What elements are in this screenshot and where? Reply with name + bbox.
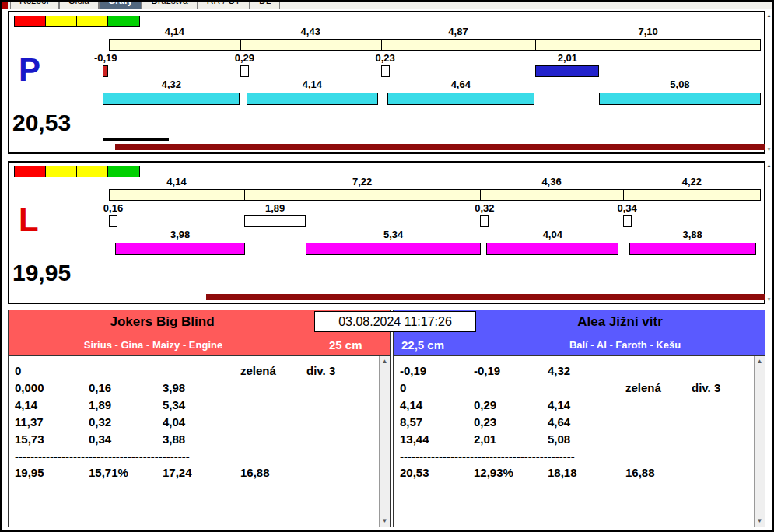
panel-letter: P xyxy=(19,53,40,87)
stats-cell xyxy=(306,380,376,397)
segment-value-label: 7,10 xyxy=(621,26,675,37)
panel-total: 20,53 xyxy=(12,109,71,137)
value-bar xyxy=(306,243,480,255)
stats-row: -0,19-0,194,32 xyxy=(400,362,751,380)
stats-scrollbar-right[interactable]: ▲ ▼ xyxy=(754,356,765,527)
value-bar xyxy=(115,243,245,255)
indicator-cell xyxy=(108,16,139,26)
stats-cell: 0 xyxy=(400,380,474,397)
team-name: Jokers Big Blind xyxy=(110,314,214,330)
marker-value-label: -0,19 xyxy=(79,52,133,64)
stats-cell xyxy=(625,397,692,414)
scroll-up-icon[interactable]: ▲ xyxy=(765,12,772,19)
stats-cell: 15,73 xyxy=(15,431,89,448)
stats-cell: 3,88 xyxy=(163,431,240,448)
marker-bar xyxy=(244,215,306,227)
marker-tick xyxy=(103,65,108,77)
marker-value-label: 1,89 xyxy=(248,202,303,214)
tab-dl[interactable]: DL xyxy=(250,2,280,9)
value-bar xyxy=(247,93,378,105)
stats-cell: zelená xyxy=(625,380,692,397)
bar-value-label: 4,04 xyxy=(525,229,580,240)
tab-druzstva[interactable]: Družstva xyxy=(142,2,197,9)
scroll-up-icon[interactable]: ▲ xyxy=(765,163,772,169)
stats-cell: -0,19 xyxy=(400,362,474,380)
indicator-cell xyxy=(46,16,77,26)
stats-cell xyxy=(306,414,376,431)
stats-cell xyxy=(240,397,306,414)
segment-value-label: 4,14 xyxy=(147,26,201,37)
scroll-down-icon[interactable]: ▼ xyxy=(765,146,772,152)
results-section: Jokers Big Blind Sirius - Gina - Maizy -… xyxy=(8,310,765,527)
team-players: Sirius - Gina - Maizy - Engine xyxy=(9,339,298,351)
tab-rozbor[interactable]: Rozbor xyxy=(10,2,59,9)
panel-total: 19,95 xyxy=(12,259,71,287)
status-indicators xyxy=(14,166,140,177)
stats-cell xyxy=(692,362,751,380)
indicator-cell xyxy=(15,166,46,177)
indicator-cell xyxy=(77,16,108,26)
bar-value-label: 3,98 xyxy=(153,229,208,240)
segment-divider xyxy=(623,190,624,200)
stats-scrollbar-left[interactable]: ▲ ▼ xyxy=(379,356,390,527)
team-sub-row: 22,5 cm Balí - Al - Faroth - Kešu xyxy=(394,334,765,355)
chart-panel-l: L19,954,147,224,364,220,161,890,320,343,… xyxy=(8,161,765,304)
separator-line: ----------------------------------------… xyxy=(15,451,376,462)
stats-cell xyxy=(240,431,306,448)
segment-value-label: 4,36 xyxy=(524,176,579,187)
stats-cell: 12,93% xyxy=(474,464,548,481)
tab-rr-ct[interactable]: RR / ČT xyxy=(198,2,250,9)
stats-cell: 11,37 xyxy=(15,414,89,431)
stats-row: 0zelenádiv. 3 xyxy=(400,380,751,397)
stats-cell xyxy=(306,464,376,481)
tab-cisla[interactable]: Čísla xyxy=(59,2,99,9)
team-distance: 25 cm xyxy=(298,338,390,352)
stats-cell: 0 xyxy=(15,362,89,380)
segment-divider xyxy=(240,40,241,50)
stats-cell xyxy=(625,362,692,380)
marker-square xyxy=(381,65,390,77)
team-players: Balí - Al - Faroth - Kešu xyxy=(485,339,765,351)
stats-row: 13,442,015,08 xyxy=(400,431,751,448)
stats-cell: 3,98 xyxy=(163,380,240,397)
marker-value-label: 0,34 xyxy=(600,202,654,214)
stats-row: 4,140,294,14 xyxy=(400,397,751,414)
stats-cell: 0,32 xyxy=(89,414,163,431)
team-name: Alea Jižní vítr xyxy=(577,314,663,330)
scroll-down-icon[interactable]: ▼ xyxy=(765,296,772,303)
stats-cell xyxy=(692,431,751,448)
timestamp: 03.08.2024 11:17:26 xyxy=(314,311,476,332)
value-bar xyxy=(486,243,618,255)
segment-value-label: 4,22 xyxy=(664,176,719,187)
tab-grafy[interactable]: Grafy xyxy=(99,2,142,9)
segment-value-label: 4,14 xyxy=(149,176,204,187)
bar-value-label: 4,64 xyxy=(433,79,488,90)
segment-strip xyxy=(109,39,761,51)
stats-cell xyxy=(89,362,163,380)
team-panel-right: Alea Jižní vítr 22,5 cm Balí - Al - Faro… xyxy=(393,310,765,527)
scroll-down-icon[interactable]: ▼ xyxy=(380,517,390,525)
stats-cell: 0,23 xyxy=(474,414,548,431)
panel-p-scrollbar[interactable]: ▲ ▼ xyxy=(765,11,772,154)
panel-l-scrollbar[interactable]: ▲ ▼ xyxy=(765,161,772,304)
stats-cell: -0,19 xyxy=(474,362,548,380)
indicator-cell xyxy=(46,166,77,177)
stats-table-left: 0zelenádiv. 30,0000,163,984,141,895,3411… xyxy=(9,356,390,527)
scroll-up-icon[interactable]: ▲ xyxy=(755,358,765,366)
stats-cell: 18,18 xyxy=(548,464,625,481)
stats-cell: 8,57 xyxy=(400,414,474,431)
stats-row: 15,730,343,88 xyxy=(15,431,376,448)
marker-value-label: 0,16 xyxy=(86,202,141,214)
segment-divider xyxy=(244,190,245,200)
stats-cell: 16,88 xyxy=(240,464,306,481)
value-bar xyxy=(599,93,760,105)
stats-cell: 4,32 xyxy=(548,362,625,380)
stats-row: 0,0000,163,98 xyxy=(15,380,376,397)
chart-p: P20,534,144,434,877,10-0,190,290,232,014… xyxy=(9,12,764,152)
marker-value-label: 0,32 xyxy=(457,202,512,214)
bar-value-label: 4,14 xyxy=(285,79,339,90)
stats-cell: 0,16 xyxy=(89,380,163,397)
team-stats-left: 0zelenádiv. 30,0000,163,984,141,895,3411… xyxy=(9,355,390,527)
scroll-up-icon[interactable]: ▲ xyxy=(380,358,390,366)
scroll-down-icon[interactable]: ▼ xyxy=(755,517,765,525)
